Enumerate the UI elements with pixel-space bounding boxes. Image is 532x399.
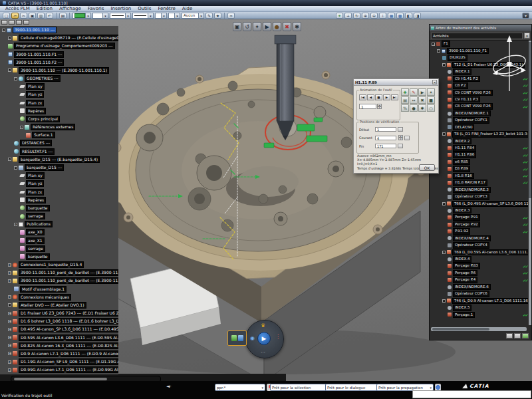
tree-item[interactable]: Programme d'usinage_Comportement009203 -… — [0, 42, 118, 50]
activity-item-label[interactable]: H1.8 RAYON P.17 — [453, 180, 487, 186]
opacity-select[interactable]: ▾ — [92, 13, 108, 19]
activity-item-label[interactable]: F1 — [442, 41, 450, 47]
document-tab[interactable] — [9, 20, 15, 25]
ok-button[interactable]: OK — [419, 164, 435, 171]
tree-item[interactable]: Corps principal — [0, 115, 118, 123]
menu-edition[interactable]: Edition — [37, 6, 53, 11]
activity-item[interactable]: C9 H1.11 P.3✔✔ — [430, 96, 528, 103]
activity-item[interactable]: INDEX/INDMORE.3 — [430, 186, 528, 193]
tree-item-label[interactable]: Cellule d'usinage00B719 --- (E.Cellule d… — [19, 35, 118, 41]
snapshot-icon[interactable]: ✦ — [427, 88, 435, 96]
activity-item[interactable]: Perçage P.6✔✔ — [430, 269, 528, 276]
menu-acc-s-plm[interactable]: Accès PLM — [5, 6, 30, 11]
activity-item[interactable]: Opérateur COPY.3 — [430, 194, 528, 200]
wireframe-icon[interactable]: ▩ — [396, 13, 404, 19]
tree-item[interactable]: 3900-11.001.110.F1 --- — [0, 51, 118, 59]
tree-item[interactable]: +D0.9 Al-canon L7.1_D06 1111 --- (E.D0.9… — [0, 350, 118, 358]
menu-favoris[interactable]: Favoris — [88, 6, 104, 11]
tree-item-label[interactable]: Motif d'assemblage.1 — [20, 286, 66, 293]
tree-item[interactable]: +D1 Fraiser U6 Z3_D06 7243 --- (E.D1 Fra… — [0, 309, 118, 317]
activity-item-label[interactable]: INDEX/INDMORE.6 — [453, 284, 491, 291]
material-removal-icon[interactable]: ● — [273, 22, 281, 31]
dropdown-arrow-icon[interactable]: ▾ — [148, 13, 153, 18]
activities-panel-header[interactable]: Arbre de traitement des activités — [430, 25, 531, 31]
tree-item[interactable]: Plan yz — [0, 90, 118, 98]
activity-item[interactable]: Perçage P.83✔✔ — [430, 263, 528, 269]
activity-item[interactable]: E8 P.89✔✔ — [430, 166, 528, 172]
dropdown-arrow-icon[interactable]: ▾ — [260, 386, 263, 390]
activity-item-label[interactable]: C9 CONT V090 P.26 — [453, 90, 493, 96]
activity-item-label[interactable]: H1.8 P.16 — [453, 173, 474, 180]
activity-item-label[interactable]: C8 P.2 — [453, 82, 468, 89]
expand-icon[interactable]: + — [8, 328, 11, 331]
activity-item-label[interactable]: T66 (L_D0.49S Al-canon_SP L3.6_D06 1111.… — [452, 201, 528, 207]
activity-item[interactable]: Perçage P.92✔✔ — [430, 221, 528, 227]
activity-item[interactable]: INDEX/INDMORE.1 — [430, 110, 528, 116]
copy-icon[interactable]: ▣ — [29, 13, 36, 19]
palette-sim-icon[interactable] — [231, 335, 237, 341]
feedrate-icon[interactable]: % — [401, 104, 409, 112]
tree-item[interactable]: +D0.59S Al-canon L3.6_D06 1111 --- (E.D0… — [0, 334, 118, 342]
tree-item[interactable]: +D1.19G Al-canon_SP L9_D06 1111 --- (E.D… — [0, 358, 118, 366]
tree-item[interactable]: Plan xy — [0, 172, 118, 180]
activity-item[interactable]: -T8 (L_D1 FINI_Fraiser L3 Z3_belet 101-3… — [430, 131, 528, 138]
tree-item-label[interactable]: D0.82S Al-canon 16.3_D06 1111 --- (E.D0.… — [19, 342, 118, 349]
activity-item-label[interactable]: DELAY/90 — [453, 124, 474, 131]
activity-item[interactable]: INDEX.3 — [430, 207, 528, 214]
collapse-icon[interactable]: - — [8, 37, 11, 40]
close-icon[interactable]: ✕ — [432, 80, 437, 84]
tree-item[interactable]: +D0.49S Al-canon_SP L3.6_D06 1111 --- (E… — [0, 325, 118, 333]
end-field[interactable]: 171 — [375, 144, 396, 148]
document-tab[interactable] — [1, 20, 7, 25]
collapse-icon[interactable]: - — [8, 158, 11, 161]
tree-item[interactable]: -GEOMETRIES --- — [0, 74, 118, 82]
expand-icon[interactable]: + — [8, 368, 11, 372]
activity-item-label[interactable]: Opérateur COPY.6 — [453, 291, 489, 297]
scrollbar-thumb[interactable] — [529, 42, 531, 198]
tree-item-label[interactable]: D1 Fraiser U6 Z3_D06 7243 --- (E.D1 Frai… — [19, 310, 118, 317]
tree-item[interactable]: barquette — [0, 204, 118, 212]
expand-icon[interactable]: + — [8, 312, 11, 315]
document-tab[interactable] — [16, 20, 22, 25]
activity-item-label[interactable]: 3900-11.001.110_F1 — [447, 48, 489, 55]
tree-item-label[interactable]: 3900-11.001.110 --- (E.3900-11.001.110.1… — [19, 67, 109, 74]
tree-item-label[interactable]: D0.49S Al-canon_SP L3.6_D06 1111 --- (E.… — [19, 326, 118, 332]
panel-option-button[interactable] — [506, 333, 513, 338]
tree-item[interactable]: +3900-11.001.110_pont_de_barillet --- (E… — [0, 269, 118, 277]
tree-item-label[interactable]: 3900-11.001.110_pont_de_barillet --- (E.… — [19, 269, 118, 276]
activity-item-label[interactable]: T46 (L_D0.9 Al-canon L7.1_D06 1111.16) — [452, 298, 528, 305]
tree-item[interactable]: RESULTAT.F1 --- — [0, 148, 118, 156]
activity-item[interactable]: H1.11 P.84✔✔ — [430, 145, 528, 152]
activity-item-label[interactable]: H1.11 P.84 — [453, 145, 476, 152]
activity-item-label[interactable]: Perçage P.92 — [453, 221, 480, 228]
tree-item[interactable]: axe_X0 — [0, 228, 118, 236]
new-document-icon[interactable]: □ — [3, 13, 10, 19]
activity-item-label[interactable]: Opérateur COPY.4 — [453, 242, 489, 249]
tree-item-label[interactable]: Programme d'usinage_Comportement009203 -… — [14, 43, 115, 49]
undo-icon[interactable]: ↶ — [46, 13, 53, 19]
collapse-icon[interactable]: - — [442, 299, 446, 303]
activity-item-label[interactable]: INDEX/INDMORE.4 — [453, 235, 491, 242]
expand-icon[interactable]: + — [8, 279, 11, 283]
collapse-icon[interactable]: - — [432, 43, 435, 46]
activity-item[interactable]: INDEX.5 — [430, 305, 528, 311]
collapse-icon[interactable]: - — [437, 49, 440, 53]
analyze-path-icon[interactable]: ✱ — [418, 104, 426, 112]
remove-chips-icon[interactable]: ● — [410, 104, 418, 112]
associativity-icon[interactable]: ↔ — [410, 96, 418, 104]
activity-item[interactable]: INDEX.2 — [430, 138, 528, 144]
activity-item[interactable]: INDEX/INDMORE.4 — [430, 235, 528, 241]
activity-item-label[interactable]: Perçage P.91 — [453, 214, 480, 221]
expand-icon[interactable]: + — [8, 295, 11, 299]
go-to-start-button[interactable]: I◀ — [359, 94, 366, 100]
step-counter-field[interactable]: 1 — [359, 104, 376, 109]
dropdown-arrow-icon[interactable]: ▾ — [198, 13, 203, 18]
activity-item-label[interactable]: Opérateur COPY.3 — [453, 194, 489, 200]
activity-item[interactable]: INDEX/INDMORE.6 — [430, 283, 528, 290]
activity-item[interactable]: -T66 (L_D0.49S Al-canon_SP L3.6_D06 1111… — [430, 200, 528, 207]
tree-item-label[interactable]: Repères — [26, 197, 46, 203]
activity-item-label[interactable]: INDEX.5 — [453, 305, 471, 311]
print-icon[interactable]: ▤ — [59, 13, 66, 19]
tree-item[interactable]: -Cellule d'usinage00B719 --- (E.Cellule … — [0, 34, 118, 42]
normal-view-icon[interactable]: ⊥ — [379, 13, 386, 19]
